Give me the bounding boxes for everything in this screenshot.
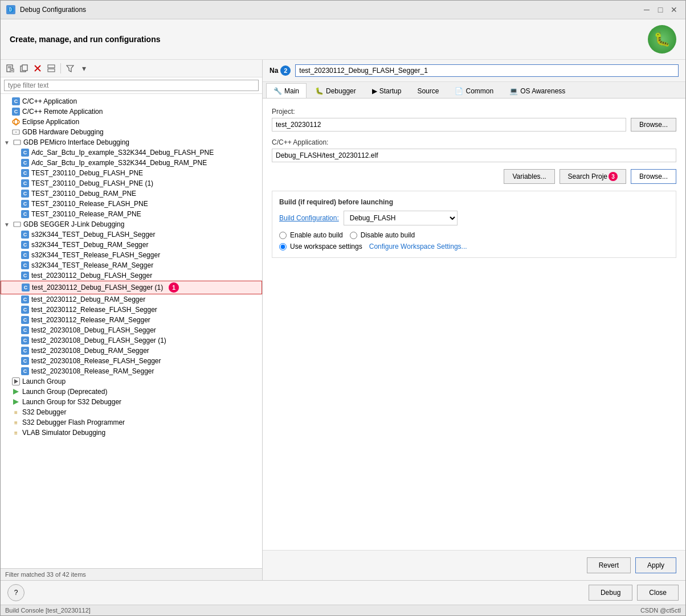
tree-item-test-230110-3[interactable]: C TEST_230110_Debug_RAM_PNE (1, 188, 262, 199)
item-icon-gdb-pemicro (13, 138, 21, 146)
tab-debugger[interactable]: 🐛 Debugger (308, 84, 364, 98)
name-row: Na 2 (263, 60, 685, 82)
right-panel: Na 2 🔧 Main 🐛 Debugger ▶ Startup (263, 60, 685, 580)
duplicate-config-button[interactable] (18, 62, 30, 75)
tree-item-t2drs1[interactable]: C test2_20230108_Debug_RAM_Segger (1, 346, 262, 356)
filter-dropdown-button[interactable]: ▾ (77, 62, 90, 75)
tab-source-label: Source (417, 87, 439, 95)
app-icon: D (6, 5, 15, 14)
tree-item-gdb-pemicro[interactable]: ▼ GDB PEMicro Interface Debugging (1, 137, 262, 147)
tree-item-cpp-app[interactable]: C C/C++ Application (1, 96, 262, 106)
tree-item-t2dfs1[interactable]: C test2_20230108_Debug_FLASH_Segger (1, 325, 262, 335)
browse-app-button[interactable]: Browse... (631, 169, 676, 184)
tree-item-adc1[interactable]: C Adc_Sar_Bctu_Ip_example_S32K344_Debug_… (1, 147, 262, 158)
tree-item-s32-dbg[interactable]: ≡ S32 Debugger (1, 407, 262, 417)
tree-item-eclipse[interactable]: Eclipse Application (1, 117, 262, 127)
tab-common[interactable]: 📄 Common (447, 84, 501, 98)
tree-item-tfs1[interactable]: C test_20230112_Debug_FLASH_Segger (1, 270, 262, 281)
tree-item-test-230110-4[interactable]: C TEST_230110_Release_FLASH_PNE (1, 199, 262, 209)
apply-button[interactable]: Apply (635, 557, 676, 573)
minimize-button[interactable]: ─ (641, 4, 652, 15)
maximize-button[interactable]: □ (655, 4, 666, 15)
tree-item-s32k4[interactable]: C s32K344_TEST_Release_RAM_Segger (1, 260, 262, 270)
radio-use-workspace-input[interactable] (279, 243, 287, 250)
debug-button[interactable]: Debug (589, 585, 632, 601)
tree-item-trfs1[interactable]: C test_20230112_Release_FLASH_Segger (1, 305, 262, 315)
tab-source[interactable]: Source (410, 84, 446, 98)
tree-item-cpp-remote[interactable]: C C/C++ Remote Application (1, 106, 262, 117)
radio-row-1: Enable auto build Disable auto build (279, 231, 669, 239)
tree-item-vlab[interactable]: ≡ VLAB Simulator Debugging (1, 428, 262, 438)
window-title: Debug Configurations (20, 6, 86, 14)
config-name-input[interactable] (295, 64, 679, 77)
filter-input[interactable] (4, 80, 259, 91)
panel-content: Project: Browse... C/C++ Application: Va… (263, 98, 685, 550)
delete-config-button[interactable] (31, 62, 44, 75)
radio-disable-auto-input[interactable] (350, 232, 357, 239)
tab-os-label: OS Awareness (520, 87, 565, 95)
help-button[interactable]: ? (7, 584, 24, 601)
radio-disable-auto: Disable auto build (350, 231, 415, 239)
tree-item-launch-deprecated[interactable]: Launch Group (Deprecated) (1, 387, 262, 397)
project-input[interactable] (272, 118, 626, 132)
tree-item-s32-flash[interactable]: ≡ S32 Debugger Flash Programmer (1, 417, 262, 428)
tree-item-tfs2-selected[interactable]: C test_20230112_Debug_FLASH_Segger (1) 1 (1, 281, 262, 294)
tab-startup[interactable]: ▶ Startup (365, 84, 409, 98)
tree-item-trrs1[interactable]: C test_20230112_Release_RAM_Segger (1, 315, 262, 325)
expand-arrow: ▼ (4, 221, 10, 228)
tree-item-launch-s32[interactable]: Launch Group for S32 Debugger (1, 397, 262, 407)
svg-rect-9 (22, 65, 27, 71)
variables-button[interactable]: Variables... (504, 169, 554, 184)
search-project-button[interactable]: Search Proje 3 (560, 169, 626, 184)
filter-count: Filter matched 33 of 42 items (5, 571, 86, 578)
browse-project-button[interactable]: Browse... (631, 118, 676, 132)
tree-label: test2_20230108_Release_RAM_Segger (31, 367, 154, 375)
tree-item-t2rrs1[interactable]: C test2_20230108_Release_RAM_Segger (1, 366, 262, 376)
item-icon-c: C (21, 149, 29, 157)
tree-label: TEST_230110_Debug_RAM_PNE (31, 190, 136, 198)
tab-debugger-label: Debugger (326, 87, 356, 95)
item-icon-c: C (21, 251, 29, 259)
tree-item-gdb-segger[interactable]: ▼ GDB SEGGER J-Link Debugging (1, 219, 262, 229)
item-icon-c: C (21, 326, 29, 334)
tab-os-awareness[interactable]: 💻 OS Awareness (502, 84, 573, 98)
tree-item-test-230110-1[interactable]: C TEST_230110_Debug_FLASH_PNE (1, 168, 262, 178)
status-bar: Filter matched 33 of 42 items (1, 568, 262, 580)
tree-label: test_20230112_Debug_FLASH_Segger (1) (32, 284, 163, 291)
tree-label: GDB Hardware Debugging (22, 128, 104, 136)
tree-panel: C C/C++ Application C C/C++ Remote Appli… (1, 94, 262, 568)
build-config-label[interactable]: Build Configuration: (279, 214, 339, 222)
tab-startup-icon: ▶ (372, 87, 377, 95)
close-button[interactable]: ✕ (668, 4, 680, 15)
radio-enable-auto-input[interactable] (279, 232, 287, 239)
filter-button[interactable] (64, 62, 76, 75)
tree-item-t2dfs2[interactable]: C test2_20230108_Debug_FLASH_Segger (1) (1, 335, 262, 346)
item-icon-launch-group (12, 377, 20, 385)
tree-item-test-230110-5[interactable]: C TEST_230110_Release_RAM_PNE (1, 209, 262, 219)
tree-item-test-230110-2[interactable]: C TEST_230110_Debug_FLASH_PNE (1) (1, 178, 262, 188)
tab-main[interactable]: 🔧 Main (266, 83, 307, 98)
cpp-app-input[interactable] (272, 149, 676, 162)
new-config-button[interactable] (4, 62, 17, 75)
tree-item-s32k3[interactable]: C s32K344_TEST_Release_FLASH_Segger (1, 250, 262, 260)
collapse-all-button[interactable] (45, 62, 58, 75)
tree-item-t2rfs1[interactable]: C test2_20230108_Release_FLASH_Segger (1, 356, 262, 366)
tree-item-s32k2[interactable]: C s32K344_TEST_Debug_RAM_Segger (1, 240, 262, 250)
configure-workspace-link[interactable]: Configure Workspace Settings... (369, 243, 467, 250)
radio-use-workspace: Use workspace settings (279, 243, 362, 250)
project-input-row: Browse... (272, 118, 676, 132)
tree-item-adc2[interactable]: C Adc_Sar_Bctu_Ip_example_S32K344_Debug_… (1, 158, 262, 168)
tree-item-s32k1[interactable]: C s32K344_TEST_Debug_FLASH_Segger (1, 229, 262, 240)
tab-os-icon: 💻 (509, 87, 518, 95)
tree-label: TEST_230110_Debug_FLASH_PNE (1) (31, 179, 153, 187)
tree-label: C/C++ Remote Application (22, 108, 103, 116)
close-dialog-button[interactable]: Close (637, 585, 679, 601)
tree-item-launch-group[interactable]: Launch Group (1, 376, 262, 387)
debug-configurations-window: D Debug Configurations ─ □ ✕ Create, man… (0, 0, 686, 616)
cpp-app-row: C/C++ Application: Variables... Search P… (272, 138, 676, 184)
tree-item-trs1[interactable]: C test_20230112_Debug_RAM_Segger (1, 294, 262, 305)
build-config-select[interactable]: Debug_FLASH (344, 211, 458, 225)
tree-item-gdb-hw[interactable]: GDB Hardware Debugging (1, 127, 262, 137)
item-icon-s32-flash: ≡ (12, 418, 20, 426)
revert-button[interactable]: Revert (587, 557, 631, 573)
